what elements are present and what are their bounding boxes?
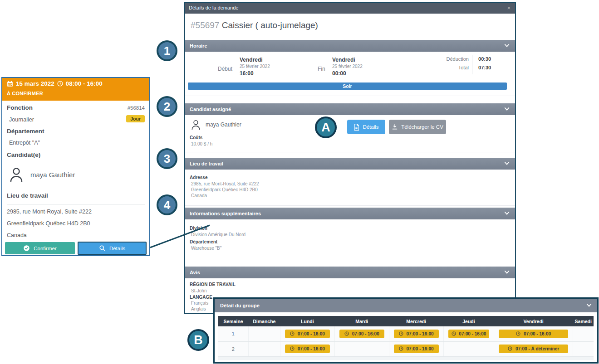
chevron-down-icon[interactable] — [504, 270, 510, 274]
division-value: Division Amérique Du Nord — [191, 232, 245, 237]
address-line: 2985, rue Mont-Royal, Suite #222 — [7, 209, 92, 215]
column-header: Semaine — [218, 316, 248, 326]
language-value: Français — [191, 301, 208, 306]
section-bar-candidat[interactable]: Candidat assigné — [185, 103, 515, 115]
deduction-row: Déduction 00:30 — [437, 56, 491, 62]
time-badge: 07:00 - 16:00 — [394, 330, 439, 338]
person-icon — [9, 166, 24, 183]
debut-day: Vendredi — [240, 56, 308, 63]
calendar-icon — [7, 81, 13, 87]
rate-value: 10.00 $ / h — [191, 141, 212, 146]
divider — [7, 204, 145, 204]
close-icon[interactable]: × — [507, 5, 511, 11]
search-icon — [99, 245, 106, 252]
details-button[interactable]: Détails — [78, 242, 147, 255]
request-title-text: Caissier ( auto-jumelage) — [219, 20, 318, 30]
adresse-label: Adresse — [190, 175, 207, 180]
division-label: Division — [190, 226, 207, 231]
chevron-down-icon[interactable] — [504, 211, 510, 215]
section-bar-horaire[interactable]: Horaire — [185, 40, 515, 52]
assigned-candidate-row: maya Gauthier — [191, 119, 241, 131]
total-row: Total 07:30 — [437, 65, 491, 70]
shift-card-header: 15 mars 2022 08:00 - 16:00 À CONFIRMER — [2, 78, 149, 101]
chevron-down-icon[interactable] — [504, 161, 510, 165]
table-footer-strip — [218, 356, 594, 360]
table-row: 1 07:00 - 16:00 07:00 - 16:00 07:00 - 16… — [218, 326, 594, 341]
debut-block: Vendredi 25 février 2022 16:00 — [240, 56, 308, 77]
address-line: Greenfieldpark Québec H4D 2B0 — [191, 187, 258, 192]
fin-label: Fin — [318, 66, 325, 72]
debut-date: 25 février 2022 — [240, 63, 308, 70]
chevron-down-icon[interactable] — [586, 303, 592, 307]
column-header: Mercredi — [389, 316, 443, 326]
time-badge: 07:00 - 16:00 — [285, 345, 330, 353]
departement-value: Warehouse "B" — [191, 246, 221, 251]
time-badge: 07:00 - 16:00 — [499, 330, 568, 338]
fin-block: Vendredi 25 février 2022 00:00 — [332, 56, 400, 77]
modal-header: Détails de la demande × — [185, 3, 515, 14]
section-label: Avis — [190, 270, 200, 275]
request-id: #56814 — [128, 105, 145, 111]
section-bar-infos[interactable]: Informations supplémentaires — [185, 208, 515, 219]
total-label: Total — [437, 65, 469, 70]
table-row: 2 07:00 - 16:00 07:00 - 16:00 07:00 - À … — [218, 341, 594, 356]
section-bar-lieu[interactable]: Lieu de travail — [185, 158, 515, 170]
fin-date: 25 février 2022 — [332, 63, 400, 70]
fin-time: 00:00 — [332, 70, 400, 77]
group-panel-header[interactable]: Détail du groupe — [215, 299, 597, 312]
time-badge: 07:00 - 16:00 — [339, 330, 384, 338]
schedule-cell: 07:00 - À déterminer — [494, 341, 573, 356]
details-button-label: Détails — [109, 246, 125, 251]
section-bar-avis[interactable]: Avis — [185, 267, 515, 278]
column-header: Lundi — [280, 316, 334, 326]
chevron-down-icon[interactable] — [504, 44, 510, 48]
shift-date: 15 mars 2022 — [16, 80, 54, 87]
debut-label: Début — [218, 66, 232, 72]
annotation-step-4: 4 — [157, 194, 177, 215]
schedule-cell: 07:00 - 16:00 — [334, 326, 389, 341]
debut-time: 16:00 — [240, 70, 308, 77]
candidate-details-label: Détails — [363, 124, 378, 130]
schedule-cell — [248, 341, 280, 356]
schedule-cell: 07:00 - 16:00 — [443, 326, 494, 341]
deduction-label: Déduction — [437, 56, 469, 62]
column-header: Samedi — [573, 316, 594, 326]
request-title: #55697 Caissier ( auto-jumelage) — [191, 20, 318, 30]
week-cell: 2 — [218, 341, 248, 356]
departement-label: Département — [190, 239, 217, 244]
candidate-details-button[interactable]: Détails — [347, 120, 385, 134]
column-header: Vendredi — [494, 316, 573, 326]
person-icon — [191, 119, 201, 131]
column-header: Mardi — [334, 316, 389, 326]
candidate-name: maya Gauthier — [30, 171, 75, 179]
chevron-down-icon[interactable] — [504, 107, 510, 111]
schedule-cell: 07:00 - 16:00 — [389, 326, 443, 341]
confirm-button-label: Confirmer — [34, 246, 56, 251]
lieu-content: Adresse 2985, rue Mont-Royal, Suite #222… — [185, 170, 515, 206]
schedule-cell: 07:00 - 16:00 — [280, 326, 334, 341]
group-table-body: 1 07:00 - 16:00 07:00 - 16:00 07:00 - 16… — [218, 326, 594, 360]
langage-label: LANGAGE — [190, 295, 212, 300]
download-icon — [392, 124, 398, 130]
request-number: #55697 — [191, 20, 219, 30]
download-cv-button[interactable]: Télécharger le CV — [389, 120, 446, 134]
confirm-button[interactable]: Confirmer — [5, 242, 75, 254]
annotation-step-3: 3 — [157, 148, 177, 169]
total-value: 07:30 — [478, 65, 491, 70]
schedule-cell — [443, 341, 494, 356]
group-detail-panel: Détail du groupe SemaineDimancheLundiMar… — [213, 297, 599, 364]
page: 15 mars 2022 08:00 - 16:00 À CONFIRMER F… — [0, 0, 599, 364]
pdf-icon — [354, 124, 359, 131]
address-line: Canada — [191, 193, 207, 198]
schedule-cell: 07:00 - 16:00 — [280, 341, 334, 356]
section-label: Candidat assigné — [190, 107, 231, 112]
group-table: SemaineDimancheLundiMardiMercrediJeudiVe… — [218, 316, 594, 360]
modal-title-bar-text: Détails de la demande — [189, 5, 238, 10]
address-line: Canada — [7, 232, 27, 238]
annotation-letter-a: A — [315, 116, 337, 138]
schedule-cell — [573, 341, 594, 356]
lieu-label: Lieu de travail — [7, 192, 48, 199]
address-line: Greenfieldpark Québec H4D 2B0 — [7, 220, 90, 227]
candidate-label: Candidat(e) — [7, 151, 40, 158]
column-header: Dimanche — [248, 316, 280, 326]
